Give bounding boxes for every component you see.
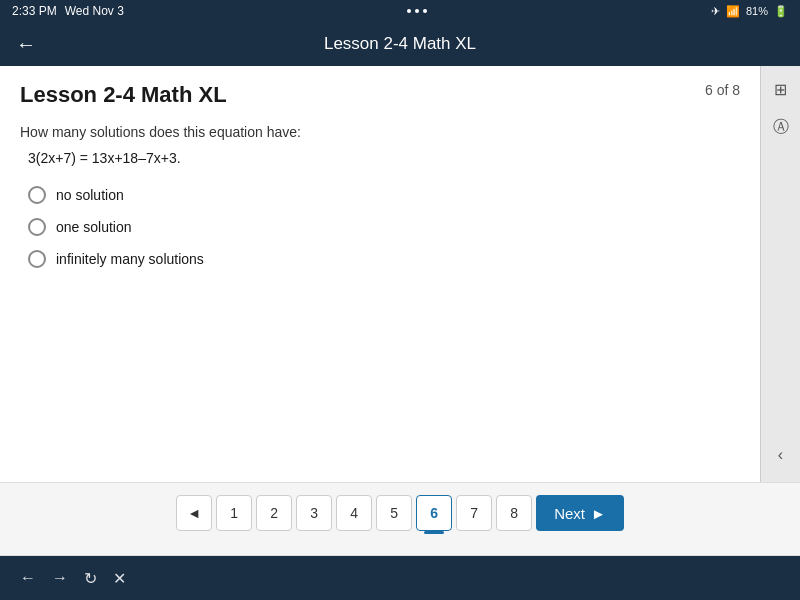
airplane-icon: ✈ <box>711 5 720 18</box>
radio-one-solution[interactable] <box>28 218 46 236</box>
battery-level: 81% <box>746 5 768 17</box>
back-button[interactable]: ← <box>16 33 36 56</box>
main-content: Lesson 2-4 Math XL 6 of 8 How many solut… <box>0 66 800 482</box>
sidebar-panel: ⊞ Ⓐ ‹ <box>760 66 800 482</box>
page-indicator: 6 of 8 <box>705 82 740 98</box>
option-one-solution-label: one solution <box>56 219 132 235</box>
page-7-button[interactable]: 7 <box>456 495 492 531</box>
status-icons: ✈ 📶 81% 🔋 <box>711 5 788 18</box>
battery-icon: 🔋 <box>774 5 788 18</box>
page-8-button[interactable]: 8 <box>496 495 532 531</box>
accessibility-icon[interactable]: Ⓐ <box>766 112 796 142</box>
prev-page-button[interactable]: ◄ <box>176 495 212 531</box>
footer-close-icon[interactable]: ✕ <box>113 569 126 588</box>
footer-forward-icon[interactable]: → <box>52 569 68 587</box>
page-4-button[interactable]: 4 <box>336 495 372 531</box>
option-infinitely-many-label: infinitely many solutions <box>56 251 204 267</box>
next-label: Next <box>554 505 585 522</box>
equation: 3(2x+7) = 13x+18–7x+3. <box>20 150 740 166</box>
nav-bar: ← Lesson 2-4 Math XL <box>0 22 800 66</box>
content-panel: Lesson 2-4 Math XL 6 of 8 How many solut… <box>0 66 760 482</box>
status-dots <box>407 9 427 13</box>
collapse-icon[interactable]: ‹ <box>766 440 796 470</box>
option-no-solution-label: no solution <box>56 187 124 203</box>
next-button[interactable]: Next ► <box>536 495 624 531</box>
page-3-button[interactable]: 3 <box>296 495 332 531</box>
wifi-icon: 📶 <box>726 5 740 18</box>
bottom-area: ◄ 1 2 3 4 5 6 7 8 Next ► <box>0 482 800 555</box>
status-bar: 2:33 PM Wed Nov 3 ✈ 📶 81% 🔋 <box>0 0 800 22</box>
radio-no-solution[interactable] <box>28 186 46 204</box>
next-arrow: ► <box>591 505 606 522</box>
option-no-solution[interactable]: no solution <box>28 186 740 204</box>
page-6-button[interactable]: 6 <box>416 495 452 531</box>
lesson-title: Lesson 2-4 Math XL <box>20 82 740 108</box>
answer-options: no solution one solution infinitely many… <box>20 186 740 268</box>
radio-infinitely-many[interactable] <box>28 250 46 268</box>
table-icon[interactable]: ⊞ <box>766 74 796 104</box>
footer-back-icon[interactable]: ← <box>20 569 36 587</box>
page-2-button[interactable]: 2 <box>256 495 292 531</box>
status-time: 2:33 PM Wed Nov 3 <box>12 4 124 18</box>
footer-refresh-icon[interactable]: ↻ <box>84 569 97 588</box>
option-one-solution[interactable]: one solution <box>28 218 740 236</box>
option-infinitely-many[interactable]: infinitely many solutions <box>28 250 740 268</box>
pagination-row: ◄ 1 2 3 4 5 6 7 8 Next ► <box>176 495 624 531</box>
nav-title: Lesson 2-4 Math XL <box>324 34 476 54</box>
page-1-button[interactable]: 1 <box>216 495 252 531</box>
question-prompt: How many solutions does this equation ha… <box>20 124 740 140</box>
footer-nav: ← → ↻ ✕ <box>0 556 800 600</box>
page-5-button[interactable]: 5 <box>376 495 412 531</box>
